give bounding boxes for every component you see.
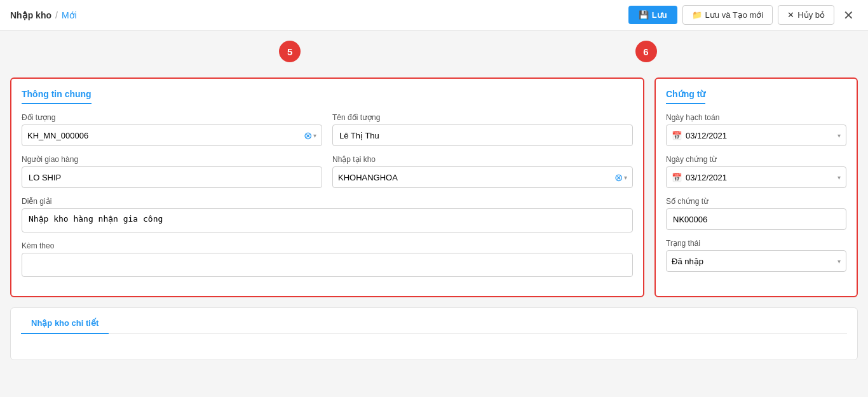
ngay-chung-tu-input[interactable]: [686, 173, 837, 182]
trang-thai-select[interactable]: Đã nhập Chưa nhập: [672, 257, 837, 266]
doi-tuong-input[interactable]: [27, 131, 304, 140]
step-badges-row: 5 6: [10, 41, 858, 67]
ngay-chung-tu-wrapper[interactable]: 📅 ▾: [666, 166, 846, 188]
trang-thai-group: Trạng thái Đã nhập Chưa nhập ▾: [666, 239, 846, 272]
nguoi-giao-hang-input[interactable]: [22, 166, 322, 188]
kem-theo-group: Kèm theo: [22, 241, 633, 277]
form-row-1: Đối tượng ⊗ ▾ Tên đối tượng: [22, 113, 633, 146]
form-row-3: Diễn giải: [22, 197, 633, 232]
save-new-button[interactable]: 📁 Lưu và Tạo mới: [682, 5, 773, 25]
top-actions: 💾 Lưu 📁 Lưu và Tạo mới ✕ Hủy bỏ ✕: [628, 5, 858, 25]
calendar-icon-1: 📅: [672, 131, 682, 140]
save-icon: 💾: [639, 10, 649, 20]
top-bar: Nhập kho / Mới 💾 Lưu 📁 Lưu và Tạo mới ✕ …: [0, 0, 868, 30]
ngay-hach-toan-label: Ngày hạch toán: [666, 113, 846, 122]
section-chung-tu: Chứng từ Ngày hạch toán 📅 ▾ Ngày chứng t…: [654, 77, 858, 297]
cancel-label: Hủy bỏ: [797, 10, 825, 20]
step-badge-5: 5: [279, 41, 301, 62]
so-chung-tu-input[interactable]: [666, 208, 846, 230]
close-icon: ✕: [843, 8, 854, 22]
trang-thai-label: Trạng thái: [666, 239, 846, 248]
form-row-2: Người giao hàng Nhập tại kho ⊗ ▾: [22, 155, 633, 188]
breadcrumb-main: Nhập kho: [10, 10, 51, 20]
ten-doi-tuong-input[interactable]: [332, 124, 633, 146]
breadcrumb-sub: Mới: [62, 10, 77, 20]
bottom-tab-section: Nhập kho chi tiết: [10, 307, 858, 360]
form-row-4: Kèm theo: [22, 241, 633, 277]
ten-doi-tuong-label: Tên đối tượng: [332, 113, 633, 122]
step-5-circle: 5: [279, 41, 301, 62]
cancel-button[interactable]: ✕ Hủy bỏ: [778, 5, 834, 25]
save-label: Lưu: [652, 10, 667, 20]
bottom-tab-header: Nhập kho chi tiết: [21, 308, 847, 334]
nhap-tai-kho-input-wrapper[interactable]: ⊗ ▾: [332, 166, 633, 188]
breadcrumb: Nhập kho / Mới: [10, 10, 77, 20]
save-new-label: Lưu và Tạo mới: [705, 10, 764, 20]
kem-theo-label: Kèm theo: [22, 241, 633, 250]
ngay-chung-tu-chevron-icon[interactable]: ▾: [837, 174, 841, 181]
nhap-tai-kho-label: Nhập tại kho: [332, 155, 633, 164]
close-button[interactable]: ✕: [839, 6, 858, 24]
step-6-circle: 6: [635, 41, 657, 62]
section-right-title: Chứng từ: [666, 89, 705, 104]
kem-theo-input[interactable]: [22, 253, 633, 277]
nhap-tai-kho-chevron-icon[interactable]: ▾: [624, 174, 627, 181]
save-button[interactable]: 💾 Lưu: [628, 6, 677, 24]
nhap-tai-kho-input[interactable]: [338, 173, 614, 182]
dien-giai-group: Diễn giải: [22, 197, 633, 232]
nhap-tai-kho-clear-icon[interactable]: ⊗: [614, 172, 623, 184]
ngay-chung-tu-label: Ngày chứng từ: [666, 155, 846, 164]
section-left-title: Thông tin chung: [22, 89, 92, 104]
cancel-icon: ✕: [787, 10, 794, 20]
doi-tuong-input-wrapper[interactable]: ⊗ ▾: [22, 124, 322, 146]
doi-tuong-label: Đối tượng: [22, 113, 322, 122]
dien-giai-input[interactable]: [22, 208, 633, 232]
forms-row: Thông tin chung Đối tượng ⊗ ▾ Tên đối tư…: [10, 77, 858, 297]
breadcrumb-sep: /: [55, 10, 58, 20]
trang-thai-chevron-icon: ▾: [837, 258, 841, 265]
so-chung-tu-label: Số chứng từ: [666, 197, 846, 206]
doi-tuong-chevron-icon[interactable]: ▾: [313, 132, 316, 139]
nhap-tai-kho-group: Nhập tại kho ⊗ ▾: [332, 155, 633, 188]
nguoi-giao-hang-label: Người giao hàng: [22, 155, 322, 164]
so-chung-tu-group: Số chứng từ: [666, 197, 846, 230]
ngay-hach-toan-group: Ngày hạch toán 📅 ▾: [666, 113, 846, 146]
ngay-hach-toan-input[interactable]: [686, 131, 837, 140]
tab-content: [21, 334, 847, 360]
ngay-hach-toan-chevron-icon[interactable]: ▾: [837, 132, 841, 139]
main-content: 5 6 Thông tin chung Đối tượng ⊗ ▾: [0, 30, 868, 370]
dien-giai-label: Diễn giải: [22, 197, 633, 206]
section-thong-tin-chung: Thông tin chung Đối tượng ⊗ ▾ Tên đối tư…: [10, 77, 644, 297]
trang-thai-select-wrapper[interactable]: Đã nhập Chưa nhập ▾: [666, 250, 846, 272]
ngay-chung-tu-group: Ngày chứng từ 📅 ▾: [666, 155, 846, 188]
ngay-hach-toan-wrapper[interactable]: 📅 ▾: [666, 124, 846, 146]
tab-nhap-kho-chi-tiet[interactable]: Nhập kho chi tiết: [21, 313, 109, 334]
doi-tuong-clear-icon[interactable]: ⊗: [304, 130, 312, 142]
step-badge-6: 6: [635, 41, 657, 62]
save-new-icon: 📁: [692, 10, 702, 20]
calendar-icon-2: 📅: [672, 173, 682, 182]
doi-tuong-group: Đối tượng ⊗ ▾: [22, 113, 322, 146]
nguoi-giao-hang-group: Người giao hàng: [22, 155, 322, 188]
ten-doi-tuong-group: Tên đối tượng: [332, 113, 633, 146]
